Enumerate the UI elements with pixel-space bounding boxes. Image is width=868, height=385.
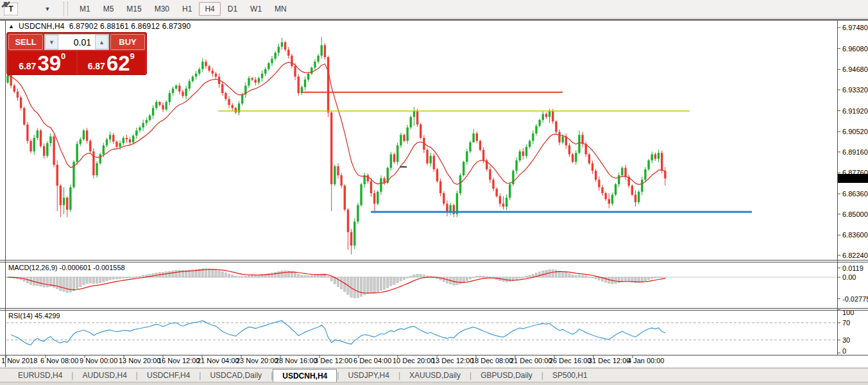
price-axis-label: 6.90520 [842, 128, 868, 135]
lot-size-control: ▼ ▲ [44, 34, 109, 50]
time-axis-label: 28 Nov 16:00 [275, 357, 317, 364]
moving-average-line [8, 62, 665, 184]
macd-indicator [5, 269, 837, 298]
macd-axis-label: 0.00 [842, 273, 856, 281]
one-click-trading-panel: SELL ▼ ▲ BUY 6.87 39 0 6.87 [6, 32, 147, 75]
arrows-tool-button[interactable] [26, 2, 40, 16]
timeframe-button-h1[interactable]: H1 [176, 2, 198, 16]
time-axis-label: 16 Nov 12:00 [158, 357, 200, 364]
chart-symbol-label: USDCNH,H4 [19, 22, 65, 31]
price-axis-label: 6.97480 [842, 24, 868, 31]
sell-price-big: 39 [37, 54, 61, 73]
price-axis-label: 6.96080 [842, 45, 868, 53]
price-axis-label: 6.86360 [842, 190, 868, 198]
price-axis-label: 6.83600 [842, 231, 868, 239]
buy-price-tile[interactable]: 6.87 62 9 [78, 51, 146, 74]
up-arrow-icon: ▲ [99, 39, 105, 46]
time-axis-label: 26 Dec 16:00 [549, 357, 591, 364]
time-axis-label: 21 Nov 04:00 [197, 357, 239, 364]
buy-button[interactable]: BUY [110, 34, 145, 50]
timeframe-button-m15[interactable]: M15 [121, 2, 147, 16]
chart-tab-sp500-h1[interactable]: SP500,H1 [543, 368, 597, 382]
chart-ohlc-values: 6.87902 6.88161 6.86912 6.87390 [69, 22, 191, 31]
rsi-axis-label: 30 [842, 336, 850, 344]
buy-price-prefix: 6.87 [88, 61, 105, 71]
macd-axis-label: 0.0119 [842, 264, 864, 272]
lot-increase-button[interactable]: ▲ [95, 35, 108, 49]
trading-terminal: T ▼ M1M5M15M30H1H4D1W1MN 6.974806.960806… [0, 0, 868, 385]
down-arrow-icon: ▼ [49, 39, 55, 46]
chevron-down-icon: ▼ [45, 6, 51, 12]
time-axis-label: 21 Dec 00:00 [510, 357, 552, 364]
time-axis-label: 6 Dec 04:00 [353, 357, 391, 364]
lot-decrease-button[interactable]: ▼ [45, 35, 58, 49]
timeframe-button-m1[interactable]: M1 [74, 2, 96, 16]
chart-title: ▲ USDCNH,H4 6.87902 6.88161 6.86912 6.87… [8, 22, 191, 31]
timeframe-button-mn[interactable]: MN [269, 2, 293, 16]
time-axis-label: 6 Nov 08:00 [40, 357, 78, 364]
toolbar: T ▼ M1M5M15M30H1H4D1W1MN [0, 0, 868, 19]
time-axis-label: 10 Dec 20:00 [393, 357, 434, 364]
chart-tab-usdcnh-h4[interactable]: USDCNH,H4 [273, 369, 337, 382]
timeframe-button-w1[interactable]: W1 [244, 2, 268, 16]
chart-window: 6.974806.960806.946806.933206.919206.905… [0, 19, 868, 368]
rsi-axis-label: 100 [842, 309, 854, 316]
price-axis-label: 6.94680 [842, 65, 868, 73]
time-axis-label: 13 Dec 12:00 [432, 357, 473, 364]
timeframe-bar: M1M5M15M30H1H4D1W1MN [73, 0, 293, 19]
price-axis-label: 6.89160 [842, 148, 868, 156]
current-price-tag: 6.87390 [840, 175, 865, 182]
time-axis-label: 1 Nov 2018 [1, 357, 37, 364]
price-axis-label: 6.85000 [842, 210, 868, 218]
chart-tab-usdjpy-h4[interactable]: USDJPY,H4 [339, 368, 398, 382]
sell-price-prefix: 6.87 [19, 61, 36, 71]
sell-button[interactable]: SELL [8, 34, 43, 50]
macd-label: MACD(12,26,9) -0.000601 -0.001558 [8, 264, 125, 271]
lot-size-input[interactable] [58, 35, 95, 49]
price-axis-label: 6.91920 [842, 107, 868, 115]
rsi-label: RSI(14) 45.4299 [8, 312, 60, 320]
sell-price-sup: 0 [61, 51, 65, 61]
trade-panel-toggle-icon[interactable]: ▲ [8, 23, 14, 30]
price-axis-label: 6.93320 [842, 86, 868, 94]
time-axis-label: 23 Nov 20:00 [236, 357, 278, 364]
buy-price-sup: 9 [130, 51, 135, 61]
chart-tab-usdchf-h4[interactable]: USDCHF,H4 [138, 368, 199, 382]
chart-tab-eurusd-h4[interactable]: EURUSD,H4 [9, 368, 71, 382]
buy-price-big: 62 [106, 54, 130, 73]
arrows-tool-dropdown[interactable]: ▼ [40, 2, 55, 16]
chart-tab-xauusd-daily[interactable]: XAUUSD,Daily [400, 368, 470, 382]
timeframe-button-d1[interactable]: D1 [222, 2, 243, 16]
rsi-axis-label: 0 [842, 347, 846, 355]
toolbar-grip[interactable] [64, 2, 68, 16]
rsi-axis-label: 70 [842, 319, 850, 327]
status-strip [0, 382, 868, 385]
chart-tab-gbpusd-daily[interactable]: GBPUSD,Daily [472, 368, 541, 382]
timeframe-button-m30[interactable]: M30 [149, 2, 175, 16]
macd-axis-label: -0.027754 [842, 295, 868, 303]
time-axis-label: 31 Dec 12:00 [588, 357, 630, 364]
rsi-line [11, 321, 665, 345]
price-axis[interactable] [837, 28, 868, 255]
time-axis-label: 4 Jan 00:00 [627, 357, 665, 364]
time-axis-label: 9 Nov 00:00 [80, 357, 117, 364]
time-axis-label: 3 Dec 12:00 [314, 357, 352, 364]
timeframe-button-m5[interactable]: M5 [98, 2, 120, 16]
price-axis-label: 6.82240 [842, 252, 868, 259]
chart-tab-audusd-h4[interactable]: AUDUSD,H4 [73, 368, 135, 382]
chart-tabbar: EURUSD,H4|AUDUSD,H4|USDCHF,H4|USDCAD,Dai… [0, 368, 868, 382]
time-axis-label: 13 Nov 20:00 [119, 357, 160, 364]
timeframe-button-h4[interactable]: H4 [199, 2, 220, 16]
chart-tab-usdcad-daily[interactable]: USDCAD,Daily [201, 368, 271, 382]
time-axis-label: 18 Dec 08:00 [471, 357, 513, 364]
sell-price-tile[interactable]: 6.87 39 0 [8, 51, 76, 74]
